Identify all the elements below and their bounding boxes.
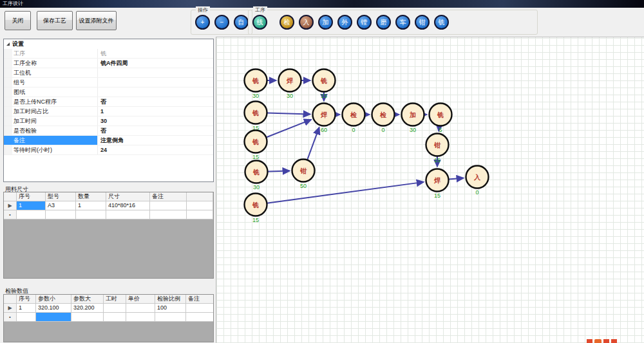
flow-node-钳[interactable]: 钳50 — [292, 160, 315, 190]
grid-cell[interactable]: 检验比例 — [155, 295, 186, 304]
property-row-组号[interactable]: 组号 — [4, 78, 213, 88]
grid-cell[interactable] — [17, 210, 46, 219]
property-label[interactable]: 是否检验 — [4, 126, 98, 135]
property-label[interactable]: 组号 — [4, 78, 98, 87]
property-label[interactable]: 备注 — [4, 136, 98, 145]
property-row-图纸[interactable]: 图纸 — [4, 88, 213, 97]
flow-node-检[interactable]: 检0 — [372, 104, 395, 134]
table-row[interactable]: ▶1A31410*80*16 — [4, 201, 213, 210]
grid-cell[interactable]: 序号 — [17, 295, 36, 304]
grid-cell[interactable]: 备注 — [150, 192, 187, 201]
grid-cell[interactable] — [150, 210, 187, 219]
tool-button-+[interactable]: + — [195, 15, 210, 30]
grid-cell[interactable]: 尺寸 — [106, 192, 150, 201]
grid-cell[interactable]: 参数小 — [36, 295, 71, 304]
property-row-加工时间[interactable]: 加工时间30 — [4, 116, 213, 126]
property-row-备注[interactable]: 备注注意倒角 — [4, 136, 213, 145]
property-row-等待时间(小时)[interactable]: 等待时间(小时)24 — [4, 145, 213, 155]
row-header[interactable]: • — [4, 313, 17, 322]
tool-button-车[interactable]: 车 — [395, 15, 410, 30]
tool-button-自[interactable]: 自 — [234, 15, 249, 30]
settings-category-row[interactable]: 设置 — [4, 39, 213, 49]
attach-file-button[interactable]: 设置添附文件 — [76, 11, 117, 30]
row-header[interactable]: ▶ — [4, 304, 17, 313]
property-value[interactable]: 24 — [98, 145, 213, 154]
flow-node-铣[interactable]: 铣15 — [245, 102, 267, 132]
tool-button-外[interactable]: 外 — [337, 15, 352, 30]
grid-cell[interactable] — [150, 201, 187, 210]
grid-cell[interactable]: 工时 — [104, 295, 126, 304]
flow-node-铣[interactable]: 铣5 — [430, 104, 452, 134]
tool-button-铣[interactable]: 铣 — [434, 15, 449, 30]
tool-button-镗[interactable]: 镗 — [357, 15, 372, 30]
grid-cell[interactable] — [187, 210, 213, 219]
property-row-工序[interactable]: 工序铣 — [4, 49, 213, 59]
property-label[interactable]: 等待时间(小时) — [4, 145, 98, 154]
property-label[interactable]: 工位机 — [4, 68, 98, 77]
grid-cell[interactable]: A3 — [46, 201, 76, 210]
property-label[interactable]: 加工时间占比 — [4, 107, 98, 116]
property-row-加工时间占比[interactable]: 加工时间占比1 — [4, 107, 213, 116]
grid-cell[interactable]: 320.100 — [36, 304, 71, 313]
property-value[interactable]: 铣 — [98, 49, 213, 58]
grid-cell[interactable] — [17, 313, 36, 322]
property-label[interactable]: 是否上传NC程序 — [4, 97, 98, 106]
grid-cell[interactable]: 1 — [17, 201, 46, 210]
table-row[interactable]: ▶1320.100320.200100 — [4, 304, 213, 313]
property-value[interactable]: 铣A件四周 — [98, 59, 213, 68]
property-value[interactable]: 注意倒角 — [98, 136, 213, 145]
flow-canvas[interactable]: 铣30焊30铣15铣15铣15铣30钳50铣15焊60检0检0加30铣5钳15焊… — [216, 37, 644, 343]
grid-cell[interactable] — [186, 304, 214, 313]
property-value[interactable]: 1 — [98, 107, 213, 116]
grid-cell[interactable]: 1 — [76, 201, 106, 210]
property-row-工位机[interactable]: 工位机 — [4, 68, 213, 78]
grid-cell[interactable] — [187, 201, 213, 210]
property-label[interactable]: 加工时间 — [4, 116, 98, 125]
flow-node-钳[interactable]: 钳15 — [426, 134, 449, 164]
grid-cell[interactable] — [36, 313, 71, 322]
grid-cell[interactable] — [104, 313, 126, 322]
property-row-工序全称[interactable]: 工序全称铣A件四周 — [4, 59, 213, 68]
flow-node-焊[interactable]: 焊30 — [279, 70, 301, 100]
grid-cell[interactable] — [126, 304, 155, 313]
grid-cell[interactable]: 100 — [155, 304, 186, 313]
grid-cell[interactable]: 单价 — [126, 295, 155, 304]
grid-cell[interactable] — [155, 313, 186, 322]
new-row[interactable]: • — [4, 313, 213, 322]
tool-button-线[interactable]: 线 — [252, 15, 267, 30]
property-label[interactable]: 工序全称 — [4, 59, 98, 68]
grid-cell[interactable]: 型号 — [46, 192, 76, 201]
grid-cell[interactable]: 参数大 — [71, 295, 104, 304]
grid-cell[interactable]: 320.200 — [71, 304, 104, 313]
close-button[interactable]: 关闭 — [5, 11, 31, 30]
flow-node-检[interactable]: 检0 — [343, 104, 365, 134]
tool-button-检[interactable]: 检 — [279, 15, 294, 30]
property-value[interactable] — [98, 88, 213, 97]
property-row-是否上传NC程序[interactable]: 是否上传NC程序否 — [4, 97, 213, 107]
tool-button-钳[interactable]: 钳 — [415, 15, 430, 30]
flow-node-焊[interactable]: 焊15 — [426, 169, 449, 199]
tool-button-入[interactable]: 入 — [299, 15, 314, 30]
save-process-button[interactable]: 保存工艺 — [37, 11, 73, 30]
property-value[interactable] — [98, 68, 213, 77]
row-header[interactable]: ▶ — [4, 201, 17, 210]
flow-node-铣[interactable]: 铣15 — [245, 194, 267, 224]
flow-node-铣[interactable]: 铣15 — [313, 70, 336, 100]
grid-cell[interactable]: 410*80*16 — [106, 201, 150, 210]
property-value[interactable]: 否 — [98, 126, 213, 135]
property-value[interactable]: 30 — [98, 116, 213, 125]
property-value[interactable] — [98, 78, 213, 87]
grid-cell[interactable]: 1 — [17, 304, 36, 313]
grid-cell[interactable]: 序号 — [17, 192, 46, 201]
tool-button-−[interactable]: − — [214, 15, 229, 30]
grid-cell[interactable] — [71, 313, 104, 322]
grid-cell[interactable] — [187, 192, 213, 201]
grid-cell[interactable] — [104, 304, 126, 313]
tool-button-磨[interactable]: 磨 — [376, 15, 391, 30]
new-row[interactable]: • — [4, 210, 213, 219]
grid-cell[interactable]: 数量 — [76, 192, 106, 201]
flow-node-焊[interactable]: 焊60 — [313, 104, 336, 134]
grid-cell[interactable] — [106, 210, 150, 219]
property-label[interactable]: 图纸 — [4, 88, 98, 97]
property-value[interactable]: 否 — [98, 97, 213, 106]
